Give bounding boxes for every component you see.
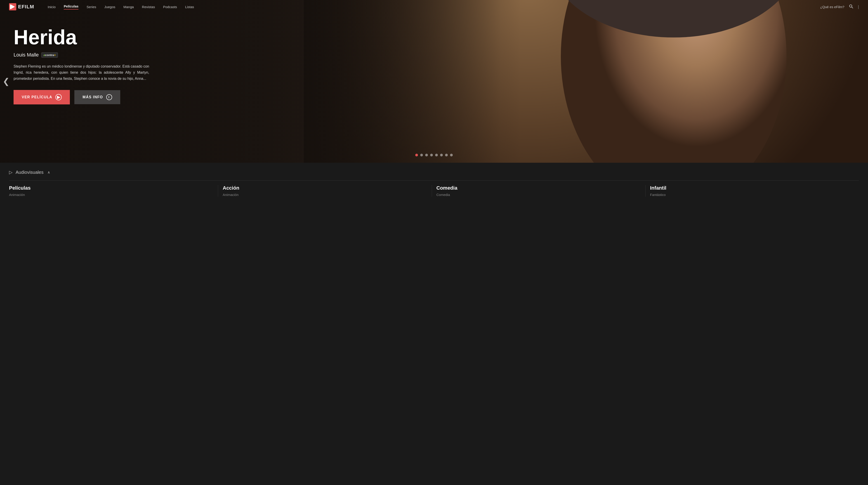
hero-banner: ❮ Herida Louis Malle acontra+ Stephen Fl… — [0, 0, 868, 163]
nav-que-es[interactable]: ¿Qué es eFilm? — [820, 5, 844, 9]
more-info-button[interactable]: MÁS INFO i — [74, 90, 120, 104]
av-play-icon: ▷ — [9, 169, 12, 175]
dot-1[interactable] — [415, 154, 418, 156]
carousel-dots — [415, 154, 453, 156]
audiovisuales-label: Audiovisuales — [16, 170, 43, 175]
nav-podcasts[interactable]: Podcasts — [163, 5, 177, 9]
cat-infantil-sub: Fantástico — [650, 193, 855, 197]
watch-label: VER PELÍCULA — [22, 95, 52, 99]
categories-row: Películas Animación Acción Animación Com… — [9, 180, 859, 197]
play-icon: ▶ — [55, 94, 62, 100]
logo-icon — [9, 3, 16, 10]
hero-description: Stephen Fleming es un médico londinense … — [13, 63, 149, 82]
hero-content: Herida Louis Malle acontra+ Stephen Flem… — [13, 27, 149, 104]
nav-revistas[interactable]: Revistas — [142, 5, 155, 9]
watch-button[interactable]: VER PELÍCULA ▶ — [13, 90, 70, 104]
bottom-section: ▷ Audiovisuales ∧ Películas Animación Ac… — [0, 163, 868, 201]
nav-manga[interactable]: Manga — [123, 5, 134, 9]
cat-accion-title[interactable]: Acción — [223, 185, 427, 191]
hero-buttons: VER PELÍCULA ▶ MÁS INFO i — [13, 90, 149, 104]
audiovisuales-row: ▷ Audiovisuales ∧ — [9, 169, 859, 175]
logo-text: EFILM — [18, 4, 34, 10]
main-nav: Inicio Películas Series Juegos Manga Rev… — [48, 4, 820, 9]
dot-4[interactable] — [430, 154, 433, 156]
audiovisuales-chevron[interactable]: ∧ — [48, 170, 50, 174]
nav-juegos[interactable]: Juegos — [104, 5, 115, 9]
info-icon: i — [106, 94, 112, 100]
dot-7[interactable] — [445, 154, 448, 156]
dot-3[interactable] — [425, 154, 428, 156]
cat-peliculas-title[interactable]: Películas — [9, 185, 213, 191]
nav-divider: | — [858, 4, 859, 9]
nav-right: ¿Qué es eFilm? | — [820, 4, 859, 10]
category-comedia: Comedia Comedia — [432, 185, 646, 197]
category-peliculas: Películas Animación — [9, 185, 218, 197]
hero-title: Herida — [13, 27, 149, 47]
cat-infantil-title[interactable]: Infantil — [650, 185, 855, 191]
nav-inicio[interactable]: Inicio — [48, 5, 56, 9]
search-icon — [849, 4, 853, 8]
category-accion: Acción Animación — [218, 185, 432, 197]
cat-peliculas-sub: Animación — [9, 193, 213, 197]
nav-series[interactable]: Series — [87, 5, 96, 9]
dot-2[interactable] — [420, 154, 423, 156]
carousel-prev-button[interactable]: ❮ — [3, 76, 9, 86]
hero-director-row: Louis Malle acontra+ — [13, 52, 149, 58]
nav-peliculas[interactable]: Películas — [64, 4, 79, 9]
cat-comedia-sub: Comedia — [436, 193, 641, 197]
logo[interactable]: EFILM — [9, 3, 34, 10]
dot-8[interactable] — [450, 154, 453, 156]
dot-5[interactable] — [435, 154, 438, 156]
hero-director: Louis Malle — [13, 52, 39, 58]
nav-listas[interactable]: Listas — [185, 5, 194, 9]
cat-comedia-title[interactable]: Comedia — [436, 185, 641, 191]
cat-accion-sub: Animación — [223, 193, 427, 197]
svg-line-4 — [852, 7, 853, 8]
dot-6[interactable] — [440, 154, 443, 156]
header: EFILM Inicio Películas Series Juegos Man… — [0, 0, 868, 13]
info-label: MÁS INFO — [83, 95, 103, 99]
category-infantil: Infantil Fantástico — [646, 185, 859, 197]
search-button[interactable] — [849, 4, 853, 10]
svg-rect-2 — [10, 4, 11, 9]
acontra-badge: acontra+ — [41, 53, 58, 58]
